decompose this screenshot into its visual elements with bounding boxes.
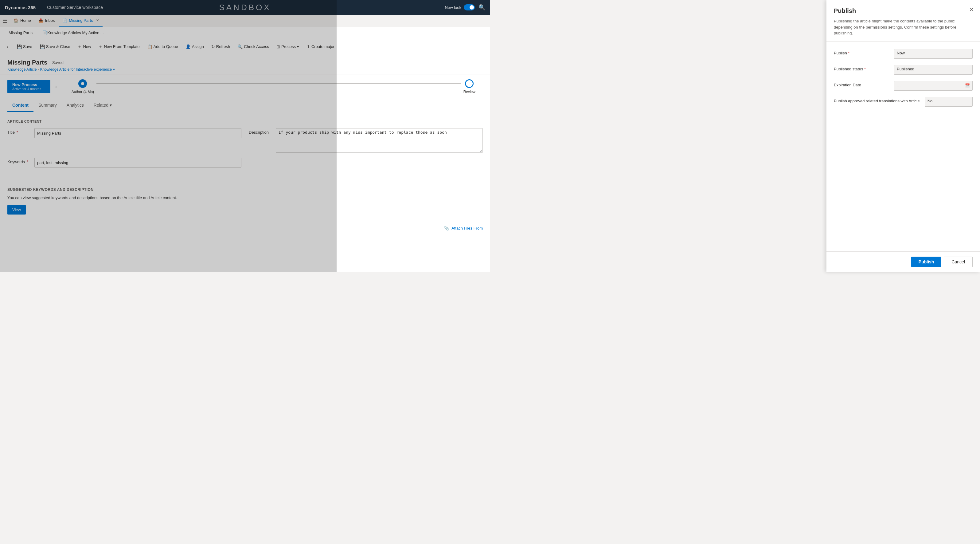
overlay (0, 0, 337, 272)
paperclip-icon: 📎 (444, 226, 449, 231)
top-nav-right: New look 🔍 (445, 4, 485, 11)
newlook-label: New look (445, 5, 461, 10)
stage-review-circle (465, 79, 474, 88)
newlook-container: New look (445, 4, 475, 10)
stage-review[interactable]: Review (463, 79, 476, 94)
newlook-toggle[interactable] (464, 4, 475, 10)
attach-label: Attach Files From (452, 226, 483, 231)
search-icon[interactable]: 🔍 (479, 4, 485, 11)
stage-review-label: Review (463, 90, 476, 94)
